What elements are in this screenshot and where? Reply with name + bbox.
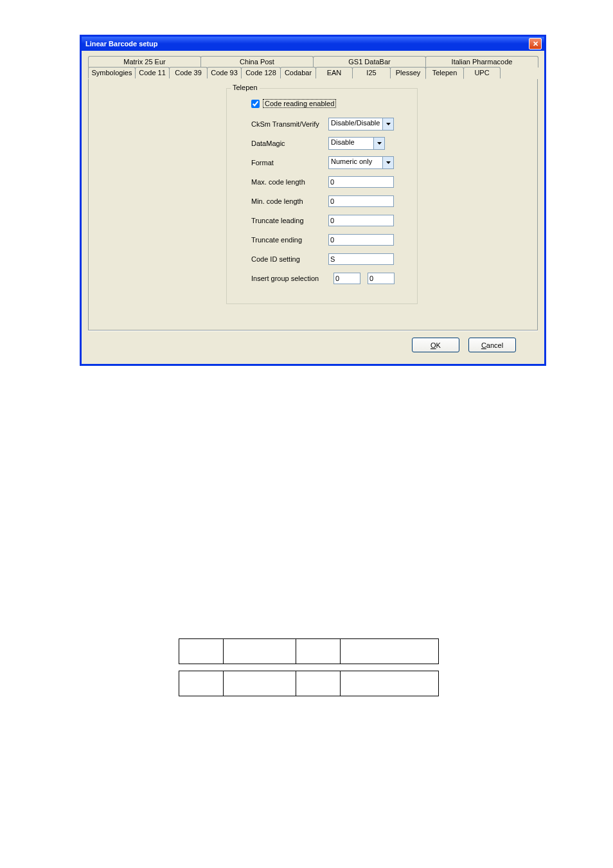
insert-group-selection-input-1[interactable] xyxy=(333,273,360,284)
ok-button[interactable]: OK xyxy=(412,338,459,352)
cancel-button[interactable]: Cancel xyxy=(468,338,516,352)
tab-gs1-databar[interactable]: GS1 DataBar xyxy=(313,56,426,68)
chevron-down-icon xyxy=(382,118,393,130)
close-icon[interactable]: ✕ xyxy=(529,38,542,50)
tab-upc[interactable]: UPC xyxy=(463,67,501,78)
title-bar: Linear Barcode setup ✕ xyxy=(82,37,544,51)
datamagic-combo[interactable]: Disable xyxy=(328,137,385,150)
tab-panel: Telepen Code reading enabled CkSm Transm… xyxy=(88,79,538,330)
svg-marker-1 xyxy=(377,142,382,145)
truncate-ending-input[interactable] xyxy=(328,234,394,246)
datamagic-label: DataMagic xyxy=(235,140,328,147)
truncate-leading-label: Truncate leading xyxy=(235,217,328,224)
code-reading-enabled-checkbox[interactable] xyxy=(251,100,260,108)
group-telepen: Telepen Code reading enabled CkSm Transm… xyxy=(226,88,418,304)
dialog-footer: OK Cancel xyxy=(88,330,538,359)
tab-china-post[interactable]: China Post xyxy=(200,56,314,68)
tab-code-93[interactable]: Code 93 xyxy=(207,67,242,78)
tab-ean[interactable]: EAN xyxy=(315,67,353,78)
format-label: Format xyxy=(235,159,328,167)
empty-table xyxy=(179,638,439,696)
tab-strip: Matrix 25 Eur China Post GS1 DataBar Ita… xyxy=(88,56,538,79)
truncate-ending-label: Truncate ending xyxy=(235,236,328,244)
truncate-leading-input[interactable] xyxy=(328,215,394,226)
min-code-length-label: Min. code length xyxy=(235,197,328,205)
insert-group-selection-label: Insert group selection xyxy=(235,275,333,282)
tab-code-128[interactable]: Code 128 xyxy=(241,67,281,78)
code-id-setting-label: Code ID setting xyxy=(235,255,328,263)
tab-code-11[interactable]: Code 11 xyxy=(135,67,170,78)
svg-marker-2 xyxy=(386,161,391,164)
insert-group-selection-input-2[interactable] xyxy=(368,273,395,284)
format-combo[interactable]: Numeric only xyxy=(328,156,394,169)
code-id-setting-input[interactable] xyxy=(328,253,394,265)
tab-matrix-25-eur[interactable]: Matrix 25 Eur xyxy=(88,56,201,68)
title-text: Linear Barcode setup xyxy=(85,40,529,48)
tab-telepen[interactable]: Telepen xyxy=(425,67,464,79)
cksm-label: CkSm Transmit/Verify xyxy=(235,120,328,128)
dialog-linear-barcode-setup: Linear Barcode setup ✕ Matrix 25 Eur Chi… xyxy=(80,35,546,366)
tab-plessey[interactable]: Plessey xyxy=(390,67,426,78)
tab-codabar[interactable]: Codabar xyxy=(280,67,316,78)
svg-marker-0 xyxy=(386,123,391,125)
group-legend: Telepen xyxy=(231,84,260,91)
min-code-length-input[interactable] xyxy=(328,195,394,207)
chevron-down-icon xyxy=(382,157,393,168)
cksm-combo[interactable]: Disable/Disable xyxy=(328,118,394,131)
tab-i25[interactable]: I25 xyxy=(352,67,391,78)
max-code-length-label: Max. code length xyxy=(235,178,328,186)
chevron-down-icon xyxy=(373,138,384,149)
tab-code-39[interactable]: Code 39 xyxy=(169,67,208,78)
max-code-length-input[interactable] xyxy=(328,176,394,188)
tab-symbologies[interactable]: Symbologies xyxy=(88,67,136,78)
tab-italian-pharmacode[interactable]: Italian Pharmacode xyxy=(425,56,538,68)
code-reading-enabled-label: Code reading enabled xyxy=(263,99,336,108)
